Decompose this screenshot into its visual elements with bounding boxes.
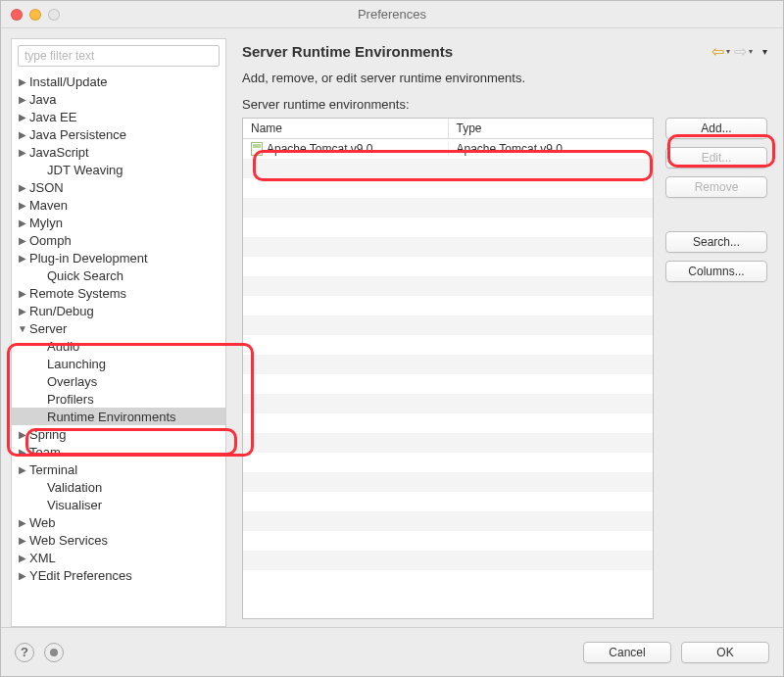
ok-button[interactable]: OK	[681, 642, 769, 663]
tree-item[interactable]: ▶Web Services	[12, 531, 225, 549]
help-icon[interactable]: ?	[15, 643, 34, 662]
chevron-right-icon[interactable]: ▶	[18, 570, 27, 581]
tree-item[interactable]: ▶Java Persistence	[12, 125, 225, 143]
main-panel: Server Runtime Environments ⇦ ▾ ⇨ ▾ ▾ Ad…	[236, 38, 773, 627]
chevron-right-icon[interactable]: ▶	[18, 182, 27, 193]
columns-button[interactable]: Columns...	[665, 261, 767, 282]
table-row	[243, 355, 653, 374]
tree-item[interactable]: Audio	[12, 337, 225, 355]
chevron-down-icon[interactable]: ▼	[18, 323, 27, 334]
arrow-right-icon: ⇨	[734, 42, 747, 61]
tree-item-label: Java	[27, 92, 56, 107]
tree-item[interactable]: ▶Team	[12, 443, 225, 460]
tree-item-label: Install/Update	[27, 74, 108, 89]
column-type[interactable]: Type	[449, 119, 654, 138]
chevron-right-icon[interactable]: ▶	[18, 517, 27, 528]
server-icon	[251, 142, 263, 156]
add-button[interactable]: Add...	[665, 118, 767, 139]
chevron-right-icon[interactable]: ▶	[18, 429, 27, 440]
table-row[interactable]: Apache Tomcat v9.0Apache Tomcat v9.0	[243, 139, 653, 159]
tree-item-label: Java Persistence	[27, 127, 126, 142]
tree-item[interactable]: ▶Java EE	[12, 108, 225, 125]
tree-item[interactable]: ▶Install/Update	[12, 73, 225, 90]
tree-item[interactable]: Validation	[12, 478, 225, 496]
chevron-right-icon[interactable]: ▶	[18, 288, 27, 299]
tree-item[interactable]: ▶Web	[12, 513, 225, 531]
tree-item-label: Runtime Environments	[45, 410, 176, 424]
tree-item[interactable]: ▶YEdit Preferences	[12, 566, 225, 584]
filter-input[interactable]	[18, 45, 220, 67]
tree-item-label: Overlays	[45, 374, 97, 389]
chevron-right-icon[interactable]: ▶	[18, 464, 27, 475]
tree-item[interactable]: Visualiser	[12, 496, 225, 513]
tree-item[interactable]: ▶Terminal	[12, 460, 225, 478]
chevron-right-icon[interactable]: ▶	[18, 553, 27, 563]
nav-back-button[interactable]: ⇦ ▾	[711, 42, 730, 61]
chevron-right-icon[interactable]: ▶	[18, 235, 27, 246]
tree-item-label: Visualiser	[45, 498, 102, 512]
tree-item-label: Java EE	[27, 110, 76, 124]
nav-forward-button[interactable]: ⇨ ▾	[734, 42, 753, 61]
chevron-right-icon[interactable]: ▶	[18, 447, 27, 458]
runtime-table[interactable]: Name Type Apache Tomcat v9.0Apache Tomca…	[242, 118, 654, 619]
chevron-right-icon[interactable]: ▶	[18, 147, 27, 158]
tree-item[interactable]: Profilers	[12, 390, 225, 408]
tree-item[interactable]: ▶JSON	[12, 178, 225, 196]
cancel-button[interactable]: Cancel	[583, 642, 671, 663]
view-menu-icon[interactable]: ▾	[762, 46, 767, 57]
chevron-right-icon[interactable]: ▶	[18, 112, 27, 122]
remove-button[interactable]: Remove	[665, 176, 767, 198]
tree-item-label: Run/Debug	[27, 304, 94, 318]
tree-item-label: Server	[27, 321, 67, 336]
tree-item-label: Launching	[45, 357, 106, 371]
table-row	[243, 511, 653, 531]
tree-item[interactable]: Launching	[12, 355, 225, 372]
tree-item[interactable]: ▶Remote Systems	[12, 284, 225, 302]
tree-item[interactable]: ▶Oomph	[12, 231, 225, 249]
edit-button[interactable]: Edit...	[665, 147, 767, 169]
chevron-right-icon[interactable]: ▶	[18, 200, 27, 211]
table-row	[243, 218, 653, 237]
tree-item[interactable]: Runtime Environments	[12, 408, 225, 425]
chevron-right-icon[interactable]: ▶	[18, 535, 27, 546]
chevron-right-icon[interactable]: ▶	[18, 306, 27, 316]
tree-item[interactable]: Overlays	[12, 372, 225, 390]
table-row	[243, 472, 653, 492]
tree-item[interactable]: ▶Mylyn	[12, 214, 225, 231]
chevron-right-icon[interactable]: ▶	[18, 218, 27, 228]
tree-item-label: Quick Search	[45, 268, 123, 283]
window-title: Preferences	[1, 7, 783, 22]
tree-item[interactable]: ▶Plug-in Development	[12, 249, 225, 266]
column-name[interactable]: Name	[243, 119, 449, 138]
chevron-right-icon[interactable]: ▶	[18, 76, 27, 87]
tree-item-label: Mylyn	[27, 216, 63, 230]
tree-item[interactable]: ▶XML	[12, 549, 225, 566]
tree-item-label: Team	[27, 445, 61, 459]
table-header: Name Type	[243, 119, 653, 139]
table-row	[243, 394, 653, 413]
chevron-right-icon[interactable]: ▶	[18, 129, 27, 140]
cell-name: Apache Tomcat v9.0	[243, 142, 449, 156]
tree-item[interactable]: ▶Spring	[12, 425, 225, 443]
preferences-sidebar: ▶Install/Update▶Java▶Java EE▶Java Persis…	[11, 38, 226, 627]
tree-item[interactable]: Quick Search	[12, 266, 225, 284]
tree-item-label: Web Services	[27, 533, 108, 548]
tree-item[interactable]: ▶Java	[12, 90, 225, 108]
tree-item[interactable]: ▼Server	[12, 319, 225, 337]
tree-item-label: Validation	[45, 480, 102, 495]
search-button[interactable]: Search...	[665, 231, 767, 253]
button-column: Add... Edit... Remove Search... Columns.…	[665, 118, 767, 619]
tree-item[interactable]: JDT Weaving	[12, 161, 225, 178]
chevron-right-icon[interactable]: ▶	[18, 94, 27, 105]
tree-item[interactable]: ▶JavaScript	[12, 143, 225, 161]
tree-item[interactable]: ▶Maven	[12, 196, 225, 214]
tree-item-label: Oomph	[27, 233, 72, 248]
tree-item-label: JavaScript	[27, 145, 89, 160]
restore-defaults-icon[interactable]	[44, 643, 64, 662]
chevron-right-icon[interactable]: ▶	[18, 253, 27, 264]
main-header: Server Runtime Environments ⇦ ▾ ⇨ ▾ ▾	[236, 38, 773, 71]
table-body: Apache Tomcat v9.0Apache Tomcat v9.0	[243, 139, 653, 618]
preferences-tree[interactable]: ▶Install/Update▶Java▶Java EE▶Java Persis…	[12, 73, 225, 626]
table-row	[243, 335, 653, 355]
tree-item[interactable]: ▶Run/Debug	[12, 302, 225, 319]
